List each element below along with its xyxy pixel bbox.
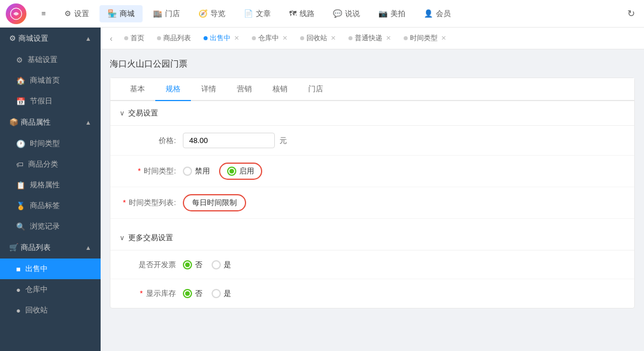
tab-dot	[348, 36, 352, 40]
tab-store[interactable]: 门店	[298, 78, 334, 101]
nav-photo[interactable]: 📷 美拍	[370, 5, 413, 22]
radio-stock-no-circle	[183, 289, 192, 298]
sidebar-group-product-attrs[interactable]: 📦 商品属性 ▲	[0, 111, 101, 133]
tab-warehouse[interactable]: 仓库中 ✕	[246, 30, 293, 47]
article-icon: 📄	[244, 9, 253, 18]
sidebar-item-browse-history[interactable]: 🔍 浏览记录	[0, 216, 101, 237]
time-type-disable-option[interactable]: 禁用	[183, 166, 210, 176]
price-row: 价格: 元	[110, 126, 634, 156]
sidebar-item-product-tag[interactable]: 🏅 商品标签	[0, 195, 101, 216]
tab-spec[interactable]: 规格	[155, 78, 191, 101]
refresh-button[interactable]: ↻	[624, 5, 638, 22]
time-type-enable-option[interactable]: 启用	[227, 166, 254, 176]
invoice-no-option[interactable]: 否	[183, 260, 202, 270]
nav-route[interactable]: 🗺 线路	[281, 5, 323, 22]
calendar-icon: 📅	[16, 97, 25, 106]
stock-no-option[interactable]: 否	[183, 288, 202, 299]
chevron-up-icon-2: ▲	[85, 119, 91, 126]
sidebar-item-product-cat[interactable]: 🏷 商品分类	[0, 154, 101, 175]
tab-close-icon[interactable]: ✕	[386, 34, 391, 42]
medal-icon: 🏅	[16, 202, 25, 210]
chevron-up-icon-3: ▲	[85, 244, 91, 251]
radio-enable-circle	[227, 167, 236, 176]
sidebar: ⚙ 商城设置 ▲ ⚙ 基础设置 🏠 商城首页 📅 节假日 📦 商品属性 ▲ 🕐	[0, 28, 101, 351]
tab-basic[interactable]: 基本	[120, 78, 155, 101]
show-stock-label: * 显示库存	[120, 288, 183, 299]
tab-close-icon[interactable]: ✕	[441, 34, 446, 42]
tab-close-icon[interactable]: ✕	[331, 34, 336, 42]
invoice-row: 是否开发票 否 是	[110, 250, 634, 279]
time-type-tag[interactable]: 每日时间限制	[183, 194, 246, 211]
radio-stock-yes-circle	[212, 289, 221, 298]
tab-time-type[interactable]: 时间类型 ✕	[398, 30, 452, 47]
settings-icon: ⚙	[64, 9, 71, 18]
tab-close-icon[interactable]: ✕	[282, 34, 288, 42]
tag-icon: 🏷	[16, 160, 24, 169]
radio-invoice-no-circle	[183, 260, 192, 269]
talk-icon: 💬	[333, 9, 342, 18]
member-icon: 👤	[424, 9, 433, 18]
shop-settings-icon: ⚙	[9, 34, 16, 43]
chevron-down-icon-2: ∨	[120, 234, 125, 242]
nav-nav[interactable]: 🧭 导览	[190, 5, 233, 22]
tab-detail[interactable]: 详情	[191, 78, 227, 101]
price-input[interactable]	[183, 133, 275, 148]
app-logo[interactable]	[6, 3, 26, 24]
clock-icon: 🕐	[16, 140, 25, 148]
sidebar-item-holiday[interactable]: 📅 节假日	[0, 91, 101, 111]
menu-icon: ≡	[41, 9, 46, 18]
product-icon: 📦	[9, 118, 18, 126]
content-area: ‹ 首页 商品列表 出售中 ✕ 仓库中 ✕ 回收站 ✕	[101, 28, 644, 351]
page-title: 海口火山口公园门票	[110, 59, 635, 70]
sidebar-item-basic[interactable]: ⚙ 基础设置	[0, 49, 101, 70]
tab-marketing[interactable]: 营销	[227, 78, 262, 101]
stock-yes-option[interactable]: 是	[212, 288, 231, 299]
time-type-list-row: * 时间类型列表: 每日时间限制	[110, 187, 634, 219]
time-type-row: * 时间类型: 禁用 启用	[110, 156, 634, 187]
tab-home[interactable]: 首页	[118, 30, 150, 47]
nav-shop[interactable]: 🏪 商城	[99, 5, 143, 22]
tab-verification[interactable]: 核销	[262, 78, 298, 101]
sidebar-item-time-type[interactable]: 🕐 时间类型	[0, 133, 101, 154]
tab-active-dot	[204, 36, 208, 40]
sidebar-item-on-sale[interactable]: ■ 出售中	[0, 259, 101, 279]
home-icon: 🏠	[16, 76, 25, 85]
nav-store[interactable]: 🏬 门店	[145, 5, 188, 22]
price-label: 价格:	[120, 136, 183, 146]
price-unit: 元	[279, 136, 287, 146]
sidebar-item-warehouse[interactable]: ● 仓库中	[0, 279, 101, 300]
back-arrow-button[interactable]: ‹	[105, 32, 117, 45]
main-form-card: 基本 规格 详情 营销 核销 门店 ∨ 交易设置 价格:	[110, 78, 635, 308]
invoice-radio-group: 否 是	[183, 260, 231, 270]
sidebar-item-spec-attr[interactable]: 📋 规格属性	[0, 175, 101, 195]
top-nav: ≡ ⚙ 设置 🏪 商城 🏬 门店 🧭 导览 📄 文章 🗺 线路 💬 说说 📷 美…	[0, 0, 644, 28]
time-type-enable-highlight: 启用	[219, 163, 262, 180]
invoice-yes-option[interactable]: 是	[212, 260, 231, 270]
nav-member[interactable]: 👤 会员	[416, 5, 459, 22]
nav-settings[interactable]: ⚙ 设置	[56, 5, 97, 22]
sidebar-group-product-list[interactable]: 🛒 商品列表 ▲	[0, 237, 101, 259]
sidebar-item-home[interactable]: 🏠 商城首页	[0, 70, 101, 91]
time-type-label: * 时间类型:	[120, 166, 183, 176]
tab-close-icon[interactable]: ✕	[234, 34, 239, 42]
tab-product-list[interactable]: 商品列表	[151, 30, 197, 47]
tab-dot	[252, 36, 256, 40]
recycle-icon: ●	[16, 306, 21, 315]
radio-disable-circle	[183, 167, 192, 176]
nav-article[interactable]: 📄 文章	[236, 5, 279, 22]
warehouse-icon: ●	[16, 286, 21, 294]
tab-recycle[interactable]: 回收站 ✕	[294, 30, 342, 47]
tab-dot	[124, 36, 128, 40]
radio-invoice-yes-circle	[212, 260, 221, 269]
nav-menu[interactable]: ≡	[33, 6, 54, 21]
tab-on-sale[interactable]: 出售中 ✕	[198, 30, 245, 47]
time-type-list-label: * 时间类型列表:	[120, 198, 183, 208]
transaction-section-header: ∨ 交易设置	[110, 101, 634, 126]
sidebar-group-shop-settings[interactable]: ⚙ 商城设置 ▲	[0, 28, 101, 49]
store-icon: 🏬	[153, 9, 162, 18]
show-stock-radio-group: 否 是	[183, 288, 231, 299]
cart-icon: 🛒	[9, 243, 18, 252]
sidebar-item-recycle[interactable]: ● 回收站	[0, 300, 101, 321]
tab-normal-express[interactable]: 普通快递 ✕	[343, 30, 397, 47]
nav-talk[interactable]: 💬 说说	[325, 5, 368, 22]
